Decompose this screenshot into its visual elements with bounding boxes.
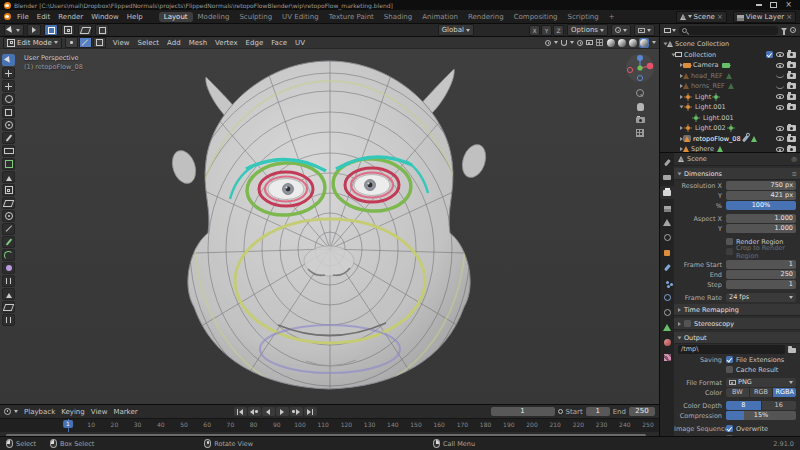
outliner-options-icon[interactable] bbox=[790, 27, 796, 33]
close-button[interactable]: × bbox=[785, 2, 792, 8]
render-visibility-camera-icon[interactable] bbox=[787, 136, 796, 142]
auto-keying-icon[interactable] bbox=[558, 409, 563, 414]
mirror-z-toggle[interactable]: Z bbox=[553, 25, 564, 36]
spin-tool[interactable] bbox=[2, 249, 15, 261]
annotate-tool[interactable] bbox=[2, 132, 15, 144]
menu-edit[interactable]: Edit bbox=[33, 12, 55, 22]
properties-tab-world[interactable] bbox=[660, 231, 674, 244]
expander-icon[interactable] bbox=[680, 106, 684, 109]
value-field[interactable]: 1.000 bbox=[726, 214, 796, 223]
overlays-dropdown[interactable] bbox=[634, 24, 655, 36]
tool-fallback-button[interactable] bbox=[27, 24, 41, 36]
stereoscopy-checkbox[interactable] bbox=[684, 320, 691, 327]
snapping-magnet-icon[interactable] bbox=[561, 40, 567, 46]
frame-start-field[interactable]: 1 bbox=[586, 407, 610, 416]
cursor-tool[interactable] bbox=[2, 67, 15, 79]
pan-hand-icon[interactable] bbox=[637, 103, 644, 111]
workspace-tab-compositing[interactable]: Compositing bbox=[509, 12, 563, 22]
render-visibility-camera-icon[interactable] bbox=[787, 104, 796, 110]
outliner-item-light-002[interactable]: Light.002 bbox=[660, 123, 800, 134]
render-visibility-camera-icon[interactable] bbox=[787, 125, 796, 131]
value-field[interactable]: 750 px bbox=[726, 181, 796, 190]
render-visibility-camera-icon[interactable] bbox=[787, 83, 796, 89]
viewport-menu-select[interactable]: Select bbox=[133, 39, 163, 47]
properties-tab-view-layer[interactable] bbox=[660, 201, 674, 214]
visibility-eye-closed-icon[interactable] bbox=[776, 84, 784, 89]
snap-toggle-3[interactable] bbox=[95, 24, 109, 36]
viewport-menu-uv[interactable]: UV bbox=[291, 39, 309, 47]
edge-slide-tool[interactable] bbox=[2, 275, 15, 287]
workspace-tab-uv-editing[interactable]: UV Editing bbox=[277, 12, 324, 22]
outliner-item-light-001[interactable]: Light.001 bbox=[660, 113, 800, 124]
inset-faces-tool[interactable] bbox=[2, 184, 15, 196]
workspace-tab-modeling[interactable]: Modeling bbox=[193, 12, 235, 22]
slider-field[interactable]: 15% bbox=[726, 411, 796, 420]
workspace-tab-scripting[interactable]: Scripting bbox=[563, 12, 604, 22]
shrink-fatten-tool[interactable] bbox=[2, 288, 15, 300]
editor-type-clock-icon[interactable] bbox=[4, 408, 11, 415]
properties-tab-object-data[interactable] bbox=[660, 321, 674, 334]
extrude-region-tool[interactable] bbox=[2, 171, 15, 183]
properties-tab-modifiers[interactable] bbox=[660, 261, 674, 274]
checkbox[interactable] bbox=[726, 356, 733, 363]
properties-tab-render[interactable] bbox=[660, 171, 674, 184]
snap-toggle-1[interactable] bbox=[61, 24, 75, 36]
play-reverse-button[interactable] bbox=[262, 407, 275, 416]
outliner-item-camera[interactable]: Camera bbox=[660, 60, 800, 71]
blender-app-menu-icon[interactable] bbox=[4, 13, 11, 20]
navigation-gizmo[interactable] bbox=[625, 53, 655, 83]
viewport-menu-add[interactable]: Add bbox=[163, 39, 185, 47]
face-select-button[interactable] bbox=[93, 37, 106, 48]
visibility-eye-icon[interactable] bbox=[776, 63, 784, 68]
expander-icon[interactable] bbox=[680, 137, 683, 141]
visibility-eye-icon[interactable] bbox=[776, 52, 784, 57]
pin-icon[interactable]: ◎ bbox=[791, 155, 797, 163]
visibility-eye-icon[interactable] bbox=[776, 147, 784, 152]
mode-dropdown[interactable]: Edit Mode bbox=[3, 37, 62, 49]
minimize-button[interactable] bbox=[756, 4, 762, 6]
properties-tab-constraints[interactable] bbox=[660, 306, 674, 319]
current-frame-field[interactable]: 1 bbox=[491, 407, 555, 416]
checkbox[interactable] bbox=[726, 238, 733, 245]
render-visibility-camera-icon[interactable] bbox=[787, 94, 796, 100]
expander-icon[interactable] bbox=[680, 95, 683, 99]
proportional-editing-icon[interactable] bbox=[577, 40, 583, 46]
viewport-3d[interactable]: Edit Mode ViewSelectAddMeshVertexEdgeFac… bbox=[0, 37, 659, 404]
rip-region-tool[interactable] bbox=[2, 314, 15, 326]
output-path-field[interactable]: /tmp\ bbox=[678, 345, 785, 354]
toggle-perspective-icon[interactable] bbox=[636, 129, 644, 137]
timeline-ruler[interactable]: 1 11020304050607080901001101201301401501… bbox=[0, 418, 659, 432]
dropdown-field[interactable]: PNG bbox=[726, 378, 796, 387]
outliner-item-light[interactable]: Light bbox=[660, 92, 800, 103]
menu-render[interactable]: Render bbox=[54, 12, 87, 22]
visibility-eye-icon[interactable] bbox=[776, 94, 784, 99]
play-button[interactable] bbox=[276, 407, 289, 416]
edge-select-button[interactable] bbox=[79, 37, 92, 48]
timeline-menu-view[interactable]: View bbox=[88, 408, 111, 416]
options-dropdown[interactable]: Options bbox=[567, 24, 608, 36]
value-field[interactable]: 1 bbox=[726, 280, 796, 289]
add-cube-tool[interactable] bbox=[2, 158, 15, 170]
segment-option-8[interactable]: 8 bbox=[726, 401, 762, 410]
previous-keyframe-button[interactable] bbox=[248, 407, 261, 416]
render-visibility-camera-icon[interactable] bbox=[787, 52, 796, 58]
rotate-tool[interactable] bbox=[2, 93, 15, 105]
expander-icon[interactable] bbox=[680, 126, 683, 130]
outliner-display-mode-dropdown[interactable] bbox=[664, 28, 676, 33]
outliner-item-scene-collection[interactable]: Scene Collection bbox=[660, 39, 800, 50]
workspace-tab-texture-paint[interactable]: Texture Paint bbox=[324, 12, 379, 22]
menu-file[interactable]: File bbox=[13, 12, 33, 22]
unlink-scene-icon[interactable]: × bbox=[717, 13, 723, 21]
frame-end-field[interactable]: 250 bbox=[629, 407, 655, 416]
camera-view-icon[interactable] bbox=[636, 117, 645, 123]
remove-view-layer-icon[interactable]: × bbox=[786, 13, 792, 21]
timeline-menu-keying[interactable]: Keying bbox=[58, 408, 88, 416]
jump-to-start-button[interactable] bbox=[234, 407, 247, 416]
maximize-button[interactable] bbox=[770, 2, 777, 8]
snap-toggle-2[interactable] bbox=[78, 24, 92, 36]
scene-selector[interactable]: Scene × bbox=[676, 11, 727, 23]
view-layer-selector[interactable]: View Layer × bbox=[733, 11, 796, 23]
viewport-menu-view[interactable]: View bbox=[109, 39, 134, 47]
outliner-item-light-001[interactable]: Light.001 bbox=[660, 102, 800, 113]
outliner-item-sphere[interactable]: Sphere bbox=[660, 144, 800, 152]
